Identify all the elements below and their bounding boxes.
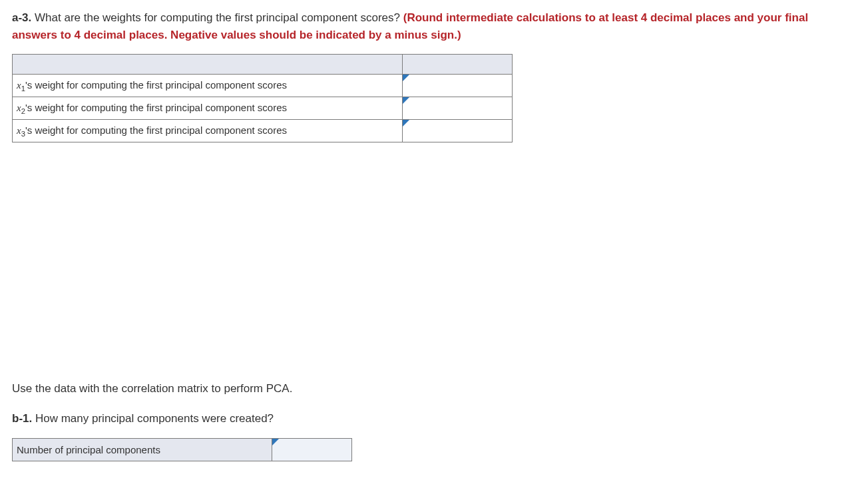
question-b1-body: How many principal components were creat… — [32, 412, 274, 425]
question-a3-body: What are the weights for computing the f… — [31, 11, 403, 24]
vertical-spacer — [12, 156, 856, 382]
weights-table-header-value — [403, 55, 513, 75]
weights-table-header-label — [13, 55, 403, 75]
table-row: Number of principal components — [13, 438, 352, 461]
label-rest: 's weight for computing the first princi… — [25, 124, 287, 136]
question-a3-block: a-3. What are the weights for computing … — [12, 9, 856, 142]
num-components-label: Number of principal components — [13, 438, 272, 461]
table-row: x1's weight for computing the first prin… — [13, 75, 513, 97]
question-a3-text: a-3. What are the weights for computing … — [12, 9, 856, 43]
question-a3-label: a-3. — [12, 11, 31, 24]
input-flag-icon — [403, 75, 409, 81]
var-x: x — [17, 80, 21, 91]
input-flag-icon — [272, 439, 279, 445]
input-flag-icon — [403, 120, 409, 126]
question-b1-label: b-1. — [12, 412, 32, 425]
var-x: x — [17, 125, 21, 136]
section-b-block: Use the data with the correlation matrix… — [12, 382, 856, 461]
table-row: x2's weight for computing the first prin… — [13, 97, 513, 120]
weight-x3-input[interactable] — [407, 123, 508, 139]
num-components-input-cell[interactable] — [272, 438, 352, 461]
weight-x3-input-cell[interactable] — [403, 120, 513, 142]
weight-x1-label: x1's weight for computing the first prin… — [13, 75, 403, 97]
num-components-table: Number of principal components — [12, 438, 352, 461]
weight-x1-input-cell[interactable] — [403, 75, 513, 97]
section-b-intro: Use the data with the correlation matrix… — [12, 382, 856, 395]
weight-x3-label: x3's weight for computing the first prin… — [13, 120, 403, 142]
var-x: x — [17, 103, 21, 113]
weights-table: x1's weight for computing the first prin… — [12, 54, 513, 142]
label-rest: 's weight for computing the first princi… — [25, 79, 287, 91]
weight-x2-label: x2's weight for computing the first prin… — [13, 97, 403, 120]
input-flag-icon — [403, 97, 409, 104]
label-rest: 's weight for computing the first princi… — [25, 102, 287, 113]
weight-x2-input-cell[interactable] — [403, 97, 513, 120]
question-b1-text: b-1. How many principal components were … — [12, 410, 856, 427]
weight-x1-input[interactable] — [407, 77, 508, 94]
table-row: x3's weight for computing the first prin… — [13, 120, 513, 142]
num-components-input[interactable] — [276, 441, 347, 458]
weight-x2-input[interactable] — [407, 100, 508, 117]
